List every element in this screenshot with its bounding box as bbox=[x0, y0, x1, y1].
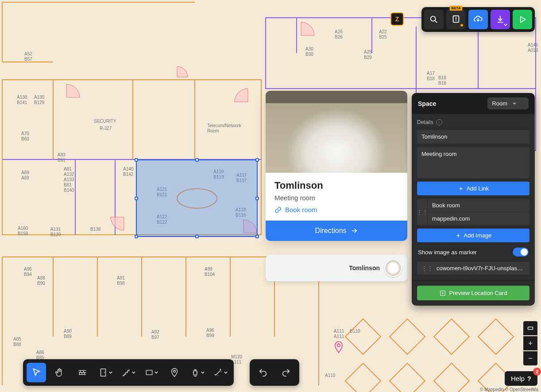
space-type-select[interactable]: Room bbox=[487, 97, 529, 109]
resize-handle[interactable] bbox=[255, 235, 259, 238]
info-icon[interactable]: i bbox=[436, 119, 442, 125]
chevron-down-icon bbox=[504, 23, 507, 27]
preview-mini-label: Tomlinson bbox=[349, 264, 380, 272]
edit-toolbar bbox=[23, 359, 234, 386]
undo-button[interactable] bbox=[253, 363, 273, 382]
resize-handle[interactable] bbox=[135, 197, 138, 200]
beta-badge: BETA bbox=[449, 6, 462, 11]
hand-icon bbox=[54, 368, 64, 377]
chevron-down-icon bbox=[224, 371, 228, 374]
resize-handle[interactable] bbox=[255, 197, 259, 200]
chevron-down-icon bbox=[132, 371, 135, 374]
issues-button[interactable]: BETA bbox=[446, 10, 466, 29]
add-link-button[interactable]: Add Link bbox=[417, 182, 529, 195]
notification-dot bbox=[460, 24, 463, 27]
zoom-out-button[interactable] bbox=[523, 351, 537, 365]
details-label-text: Details bbox=[417, 119, 433, 125]
chevron-down-icon bbox=[201, 371, 205, 374]
inspector-header: Space Room bbox=[412, 93, 535, 114]
resize-handle[interactable] bbox=[255, 158, 259, 162]
plus-icon bbox=[458, 186, 464, 192]
plus-icon bbox=[527, 340, 533, 346]
search-icon bbox=[429, 15, 439, 24]
redo-button[interactable] bbox=[276, 363, 296, 382]
link-item: ⋮⋮ bbox=[417, 199, 529, 225]
details-section-label: Details i bbox=[417, 119, 529, 125]
map-pin-icon bbox=[334, 341, 344, 353]
help-button[interactable]: Help ? 2 bbox=[505, 371, 537, 386]
location-title: Tomlinson bbox=[274, 180, 398, 191]
image-filename: cowomen-t9ovV7r-FJU-unsplash.... bbox=[437, 265, 525, 272]
pin-icon bbox=[170, 368, 179, 377]
sync-button[interactable] bbox=[468, 10, 488, 29]
space-type-value: Room bbox=[492, 100, 507, 107]
cloud-sync-icon bbox=[473, 15, 483, 24]
link-title-input[interactable] bbox=[428, 199, 529, 212]
help-label: Help bbox=[511, 375, 525, 382]
image-item: ⋮⋮ cowomen-t9ovV7r-FJU-unsplash.... bbox=[417, 262, 529, 275]
shape-tool[interactable] bbox=[142, 363, 161, 382]
pan-tool[interactable] bbox=[50, 363, 69, 382]
location-card: Tomlinson Meeting room Book room Directi… bbox=[266, 91, 407, 241]
location-image bbox=[266, 91, 407, 173]
minus-icon bbox=[527, 355, 533, 361]
download-button[interactable] bbox=[491, 10, 510, 29]
help-notification-badge: 2 bbox=[533, 368, 541, 376]
svg-point-1 bbox=[337, 344, 340, 346]
door-tool[interactable] bbox=[96, 363, 115, 382]
history-toolbar bbox=[250, 359, 299, 386]
stairs-icon bbox=[121, 368, 131, 377]
inspector-title: Space bbox=[418, 100, 436, 107]
add-image-button[interactable]: Add Image bbox=[417, 229, 529, 242]
resize-handle[interactable] bbox=[195, 158, 199, 162]
redo-icon bbox=[281, 368, 291, 377]
play-button[interactable] bbox=[513, 10, 532, 29]
selected-room[interactable] bbox=[136, 159, 258, 237]
drag-handle-icon[interactable]: ⋮⋮ bbox=[421, 265, 433, 272]
search-button[interactable] bbox=[424, 10, 444, 29]
wall-icon bbox=[77, 368, 87, 377]
chevron-down-icon bbox=[155, 371, 158, 374]
fit-screen-button[interactable] bbox=[523, 321, 537, 335]
hydrant-icon bbox=[190, 368, 200, 377]
resize-handle[interactable] bbox=[135, 158, 138, 162]
svg-rect-9 bbox=[528, 327, 533, 329]
show-image-marker-toggle[interactable] bbox=[513, 248, 529, 256]
location-subtitle: Meeting room bbox=[274, 194, 398, 202]
svg-rect-5 bbox=[101, 369, 106, 376]
preview-mini-card[interactable]: Tomlinson bbox=[266, 255, 407, 281]
location-tool[interactable] bbox=[165, 363, 184, 382]
user-avatar-badge[interactable]: Z bbox=[390, 12, 404, 26]
chevron-down-icon bbox=[109, 371, 112, 374]
show-image-marker-row: Show image as marker bbox=[417, 246, 529, 258]
zoom-controls bbox=[523, 321, 537, 365]
preview-location-card-button[interactable]: Preview Location Card bbox=[417, 286, 529, 300]
play-icon bbox=[518, 15, 527, 24]
stairs-tool[interactable] bbox=[119, 363, 138, 382]
link-url-input[interactable] bbox=[428, 212, 529, 225]
book-room-link[interactable]: Book room bbox=[274, 206, 398, 213]
add-link-label: Add Link bbox=[467, 185, 489, 192]
question-icon: ? bbox=[527, 375, 531, 382]
top-toolbar: BETA bbox=[421, 7, 535, 32]
show-image-marker-label: Show image as marker bbox=[418, 249, 477, 256]
zoom-in-button[interactable] bbox=[523, 336, 537, 350]
link-icon bbox=[274, 206, 282, 213]
map-attribution: © Mappedin © OpenStreetMa bbox=[480, 387, 538, 392]
safety-tool[interactable] bbox=[188, 363, 207, 382]
description-input[interactable] bbox=[417, 147, 529, 178]
resize-handle[interactable] bbox=[195, 235, 199, 238]
door-icon bbox=[98, 368, 108, 377]
cursor-icon bbox=[31, 368, 41, 377]
select-tool[interactable] bbox=[27, 363, 46, 382]
rectangle-icon bbox=[145, 368, 154, 377]
resize-handle[interactable] bbox=[135, 235, 138, 238]
svg-point-6 bbox=[104, 372, 105, 373]
directions-button[interactable]: Directions bbox=[266, 221, 407, 241]
magic-tool[interactable] bbox=[211, 363, 230, 382]
name-input[interactable] bbox=[417, 130, 529, 144]
plus-icon bbox=[455, 233, 461, 239]
wall-tool[interactable] bbox=[73, 363, 92, 382]
book-room-label: Book room bbox=[285, 206, 317, 213]
drag-handle-icon[interactable]: ⋮⋮ bbox=[417, 199, 428, 225]
